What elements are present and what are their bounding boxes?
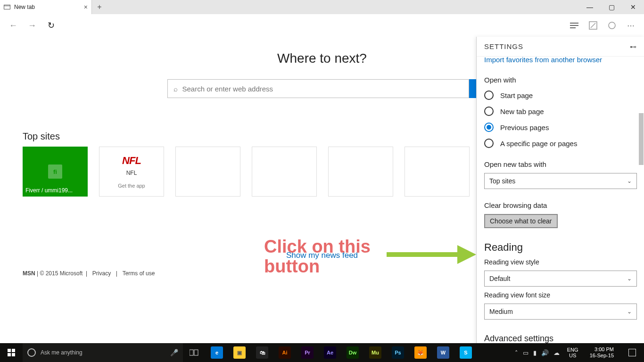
open-with-radio[interactable]: Previous pages bbox=[484, 123, 636, 132]
radio-label: Start page bbox=[500, 91, 533, 99]
reading-view-font-label: Reading view font size bbox=[484, 291, 636, 299]
open-with-radio[interactable]: New tab page bbox=[484, 107, 636, 116]
reading-view-style-select[interactable]: Default ⌄ bbox=[484, 271, 637, 287]
chevron-down-icon: ⌄ bbox=[627, 308, 632, 315]
select-value: Medium bbox=[489, 308, 513, 315]
radio-icon bbox=[484, 139, 494, 148]
back-button[interactable]: ← bbox=[4, 16, 23, 35]
taskbar-app-store[interactable]: 🛍 bbox=[251, 343, 273, 362]
more-icon[interactable]: ⋯ bbox=[621, 16, 640, 35]
top-site-tile-empty[interactable] bbox=[252, 147, 317, 197]
start-button[interactable] bbox=[0, 343, 23, 362]
app-icon: Ae bbox=[324, 346, 336, 359]
volume-icon[interactable]: 🔊 bbox=[541, 349, 549, 356]
onedrive-icon[interactable]: ☁ bbox=[553, 349, 560, 356]
tab-strip: New tab × + bbox=[0, 0, 107, 14]
new-tab-button[interactable]: + bbox=[92, 0, 107, 14]
open-with-radio[interactable]: Start page bbox=[484, 90, 636, 100]
settings-body: Import favorites from another browser Op… bbox=[477, 57, 644, 343]
language-indicator[interactable]: ENG US bbox=[564, 347, 581, 358]
taskbar-app-word[interactable]: W bbox=[432, 343, 454, 362]
action-center-icon[interactable] bbox=[622, 349, 642, 356]
taskbar-app-edge[interactable]: e bbox=[206, 343, 228, 362]
task-view-button[interactable] bbox=[183, 343, 206, 362]
taskbar-app-dreamweaver[interactable]: Dw bbox=[341, 343, 364, 362]
settings-scrollbar[interactable] bbox=[639, 57, 644, 343]
msn-label: MSN bbox=[23, 270, 35, 277]
nfl-logo: NFL bbox=[122, 155, 141, 167]
scrollbar-thumb[interactable] bbox=[639, 113, 644, 165]
tile-label: Fiverr / ummi199... bbox=[25, 187, 85, 194]
taskbar: Ask me anything 🎤 e▣🛍AiPrAeDwMuPs🦊WS ˄ ▭… bbox=[0, 343, 644, 362]
page-icon bbox=[4, 5, 10, 9]
taskbar-app-muse[interactable]: Mu bbox=[364, 343, 387, 362]
reading-heading: Reading bbox=[484, 241, 636, 254]
privacy-link[interactable]: Privacy bbox=[92, 270, 111, 277]
app-icon: S bbox=[460, 346, 472, 359]
radio-label: New tab page bbox=[500, 107, 544, 115]
top-site-tile-empty[interactable] bbox=[405, 147, 470, 197]
close-window-button[interactable]: ✕ bbox=[622, 0, 644, 14]
maximize-button[interactable]: ▢ bbox=[601, 0, 622, 14]
settings-title: SETTINGS bbox=[484, 42, 523, 50]
annotation-arrow bbox=[387, 245, 476, 264]
page-footer: MSN | © 2015 Microsoft | Privacy | Terms… bbox=[23, 270, 157, 277]
taskbar-apps: e▣🛍AiPrAeDwMuPs🦊WS bbox=[206, 343, 477, 362]
taskbar-app-photoshop[interactable]: Ps bbox=[387, 343, 409, 362]
import-favorites-link[interactable]: Import favorites from another browser bbox=[484, 57, 636, 64]
search-go-button[interactable] bbox=[469, 79, 477, 98]
taskbar-app-firefox[interactable]: 🦊 bbox=[409, 343, 432, 362]
taskbar-app-illustrator[interactable]: Ai bbox=[273, 343, 296, 362]
radio-label: Previous pages bbox=[500, 123, 549, 132]
search-box[interactable]: ⌕ bbox=[167, 79, 469, 98]
terms-link[interactable]: Terms of use bbox=[123, 270, 155, 277]
network-icon[interactable]: ▮ bbox=[533, 349, 537, 356]
taskbar-app-skype[interactable]: S bbox=[454, 343, 477, 362]
svg-rect-6 bbox=[190, 350, 193, 355]
app-icon: Ps bbox=[392, 346, 404, 359]
open-with-radio[interactable]: A specific page or pages bbox=[484, 139, 636, 148]
clock[interactable]: 3:00 PM 16-Sep-15 bbox=[586, 346, 618, 359]
taskbar-app-premiere[interactable]: Pr bbox=[296, 343, 319, 362]
open-new-tabs-label: Open new tabs with bbox=[484, 160, 636, 168]
tile-label: NFL bbox=[126, 170, 137, 176]
choose-what-to-clear-button[interactable]: Choose what to clear bbox=[484, 214, 558, 228]
radio-icon bbox=[484, 107, 494, 116]
svg-rect-7 bbox=[194, 350, 198, 355]
top-site-tile[interactable]: NFL NFL Get the app bbox=[99, 147, 164, 197]
webnote-icon[interactable] bbox=[584, 16, 603, 35]
radio-icon bbox=[484, 123, 494, 132]
open-with-label: Open with bbox=[484, 76, 636, 84]
mic-icon[interactable]: 🎤 bbox=[170, 349, 178, 356]
taskbar-app-aftereffects[interactable]: Ae bbox=[319, 343, 341, 362]
hub-icon[interactable] bbox=[565, 16, 584, 35]
reading-view-font-select[interactable]: Medium ⌄ bbox=[484, 304, 637, 320]
minimize-button[interactable]: — bbox=[579, 0, 601, 14]
chevron-down-icon: ⌄ bbox=[627, 275, 632, 282]
top-site-tile-empty[interactable] bbox=[328, 147, 393, 197]
title-bar: New tab × + — ▢ ✕ bbox=[0, 0, 644, 14]
search-input[interactable] bbox=[182, 85, 463, 93]
share-icon[interactable] bbox=[603, 16, 621, 35]
refresh-button[interactable]: ↻ bbox=[41, 16, 60, 35]
browser-tab[interactable]: New tab × bbox=[0, 0, 92, 14]
pin-icon[interactable]: ⊷ bbox=[630, 43, 636, 50]
search-icon: ⌕ bbox=[173, 85, 178, 93]
forward-button[interactable]: → bbox=[23, 16, 41, 35]
cortana-icon bbox=[27, 348, 36, 357]
close-tab-icon[interactable]: × bbox=[84, 3, 88, 11]
taskbar-app-explorer[interactable]: ▣ bbox=[228, 343, 251, 362]
svg-line-4 bbox=[591, 23, 595, 28]
tray-chevron-up-icon[interactable]: ˄ bbox=[515, 349, 518, 356]
cortana-placeholder: Ask me anything bbox=[41, 349, 83, 356]
app-icon: e bbox=[211, 346, 223, 359]
top-site-tile-empty[interactable] bbox=[175, 147, 240, 197]
settings-header: SETTINGS ⊷ bbox=[477, 37, 644, 57]
advanced-settings-heading: Advanced settings bbox=[484, 334, 636, 343]
battery-icon[interactable]: ▭ bbox=[523, 349, 528, 356]
svg-point-5 bbox=[609, 22, 615, 29]
open-new-tabs-select[interactable]: Top sites ⌄ bbox=[484, 173, 637, 189]
app-icon: Ai bbox=[279, 346, 291, 359]
top-site-tile[interactable]: fi Fiverr / ummi199... bbox=[23, 147, 88, 197]
cortana-search[interactable]: Ask me anything 🎤 bbox=[23, 343, 183, 362]
